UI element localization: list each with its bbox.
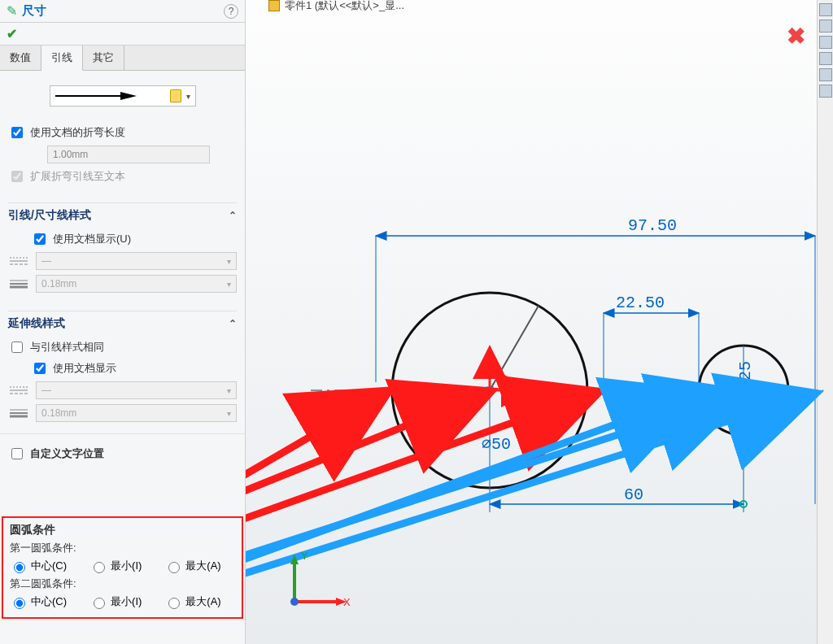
bend-length-field: 1.00mm <box>47 146 210 163</box>
arc-heading: 圆弧条件 <box>10 523 235 537</box>
chk-extend-bend-leader: 扩展折弯引线至文本 <box>8 168 237 185</box>
dim-60: 60 <box>624 485 643 504</box>
help-icon[interactable]: ? <box>224 4 238 19</box>
dimension-icon: ✎ <box>7 3 17 19</box>
second-arc-label: 第二圆弧条件: <box>10 577 235 591</box>
first-arc-min[interactable]: 最小(I) <box>89 559 142 573</box>
collapse-icon: ⌃ <box>229 210 237 221</box>
leader-line-weight-select[interactable]: 0.18mm▾ <box>36 275 237 293</box>
line-weight-icon <box>8 406 29 420</box>
tab-other[interactable]: 其它 <box>83 46 124 70</box>
line-style-icon <box>8 383 29 398</box>
ok-button[interactable]: ✔ <box>7 27 17 41</box>
svg-line-16 <box>490 306 539 390</box>
leader-line-style-select[interactable]: —▾ <box>36 252 237 270</box>
chk-label: 使用文档显示 <box>53 361 116 376</box>
svg-point-44 <box>290 598 299 606</box>
second-arc-min[interactable]: 最小(I) <box>89 594 142 609</box>
bend-length-value: 1.00mm <box>53 149 88 160</box>
svg-text:Y: Y <box>301 550 308 562</box>
chk-extend-input <box>11 171 23 182</box>
chk-use-doc-bend-length[interactable]: 使用文档的折弯长度 <box>8 124 237 141</box>
arrow-style-row: ▾ <box>0 71 245 113</box>
tab-leader[interactable]: 引线 <box>41 46 83 71</box>
dim-97: 97.50 <box>628 216 677 235</box>
svg-text:X: X <box>343 596 351 608</box>
chk-input[interactable] <box>34 233 46 245</box>
line-weight-icon <box>8 276 29 291</box>
property-panel: ✎ 尺寸 ? ✔ 数值 引线 其它 ▾ 使用文档的折弯长度 1.00mm 扩展折… <box>0 0 246 644</box>
chevron-down-icon: ▾ <box>186 92 190 101</box>
heading-text: 引线/尺寸线样式 <box>8 208 91 223</box>
second-arc-options: 中心(C) 最小(I) 最大(A) <box>10 594 235 609</box>
second-arc-center[interactable]: 中心(C) <box>10 594 67 609</box>
dim-phi50: ⌀50 <box>482 435 511 454</box>
graphics-viewport[interactable]: 零件1 (默认<<默认>_显... ✖ 97.50 <box>246 0 833 644</box>
ext-line-style-select[interactable]: —▾ <box>36 381 237 399</box>
tab-value[interactable]: 数值 <box>0 46 41 70</box>
chk-label: 使用文档显示(U) <box>53 232 131 246</box>
dim-phi25: ⌀25 <box>736 361 755 390</box>
chk-input[interactable] <box>11 448 23 459</box>
chk-label: 与引线样式相同 <box>30 340 104 355</box>
arc-condition-box: 圆弧条件 第一圆弧条件: 中心(C) 最小(I) 最大(A) 第二圆弧条件: 中… <box>2 516 243 619</box>
heading-text: 延伸线样式 <box>8 316 65 331</box>
svg-marker-1 <box>120 92 137 100</box>
dim-22: 22.50 <box>616 294 665 312</box>
sketch-drawing: 97.50 22.50 60 ⌀50 ⌀25 <box>246 0 833 644</box>
first-arc-max[interactable]: 最大(A) <box>164 559 220 573</box>
weight-value: 0.18mm <box>41 407 76 419</box>
first-arc-options: 中心(C) 最小(I) 最大(A) <box>10 559 235 573</box>
ext-line-weight-select[interactable]: 0.18mm▾ <box>36 404 237 422</box>
confirm-row: ✔ <box>0 23 245 46</box>
chk-label: 自定义文字位置 <box>30 446 104 461</box>
second-arc-max[interactable]: 最大(A) <box>164 594 220 609</box>
weight-value: 0.18mm <box>41 278 76 289</box>
panel-header: ✎ 尺寸 ? <box>0 0 245 23</box>
arrow-style-select[interactable]: ▾ <box>50 85 196 107</box>
first-arc-label: 第一圆弧条件: <box>10 541 235 555</box>
chk-label: 扩展折弯引线至文本 <box>30 169 125 184</box>
line-style-icon <box>8 254 29 268</box>
panel-title: 尺寸 <box>22 3 46 19</box>
collapse-icon: ⌃ <box>229 318 237 329</box>
chk-input[interactable] <box>11 342 23 353</box>
chk-same-as-leader[interactable]: 与引线样式相同 <box>8 339 237 355</box>
first-arc-center[interactable]: 中心(C) <box>10 559 67 573</box>
document-icon <box>170 89 181 102</box>
chk-ext-use-doc[interactable]: 使用文档显示 <box>8 360 237 376</box>
panel-tabs: 数值 引线 其它 <box>0 46 245 71</box>
ext-style-heading[interactable]: 延伸线样式 ⌃ <box>8 311 237 334</box>
chk-leader-use-doc[interactable]: 使用文档显示(U) <box>8 231 237 247</box>
chk-custom-text-pos[interactable]: 自定义文字位置 <box>8 446 237 462</box>
chk-use-doc-bend-length-input[interactable] <box>11 127 23 138</box>
leader-style-heading[interactable]: 引线/尺寸线样式 ⌃ <box>8 202 237 226</box>
chk-input[interactable] <box>34 363 46 374</box>
chk-label: 使用文档的折弯长度 <box>30 125 125 140</box>
